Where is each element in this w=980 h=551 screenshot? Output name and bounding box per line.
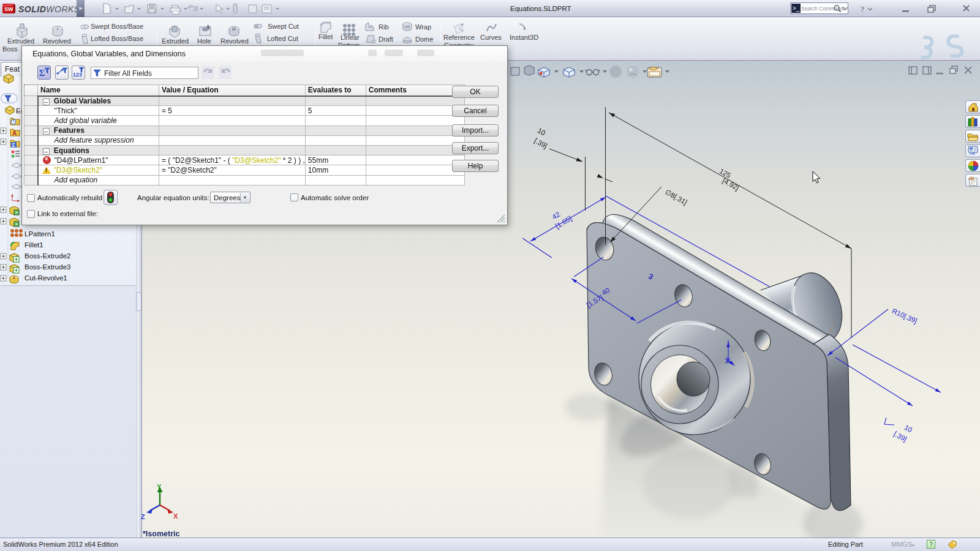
svg-text:42: 42 (551, 211, 561, 221)
svg-text:123: 123 (73, 72, 82, 78)
svg-text:Z: Z (141, 513, 145, 520)
svg-text:X: X (173, 512, 178, 520)
svg-text:[4.92]: [4.92] (722, 177, 741, 192)
svg-text:Y: Y (157, 483, 162, 490)
svg-text:10: 10 (903, 424, 913, 434)
svg-text:∅8[.31]: ∅8[.31] (664, 188, 688, 206)
svg-text:[.39]: [.39] (533, 137, 548, 149)
svg-text:*Isometric: *Isometric (143, 530, 179, 538)
svg-text:Σ: Σ (39, 69, 45, 78)
svg-text:[.39]: [.39] (892, 430, 908, 443)
svg-text:R10[.39]: R10[.39] (891, 307, 919, 325)
svg-text:10: 10 (536, 127, 546, 137)
